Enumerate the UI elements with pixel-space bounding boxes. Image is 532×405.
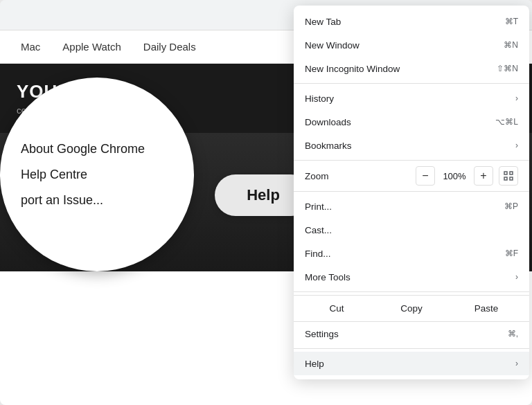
menu-label-find: Find... (305, 249, 331, 259)
menu-item-help[interactable]: Help › (294, 352, 529, 375)
edit-row: Cut Copy Paste (294, 295, 529, 322)
chevron-right-icon: › (515, 93, 518, 103)
zoom-row: Zoom − 100% + (294, 163, 529, 188)
menu-label-more-tools: More Tools (305, 272, 351, 282)
shortcut-settings: ⌘, (508, 329, 518, 339)
chevron-right-help-icon: › (515, 359, 518, 368)
menu-label-print: Print... (305, 201, 332, 212)
shortcut-incognito: ⇧⌘N (497, 64, 518, 73)
zoom-menu-about-chrome[interactable]: About Google Chrome (21, 136, 173, 162)
menu-label-settings: Settings (305, 329, 339, 339)
menu-item-downloads[interactable]: Downloads ⌥⌘L (294, 110, 529, 134)
shortcut-downloads: ⌥⌘L (495, 117, 518, 127)
zoom-menu-report-issue[interactable]: port an Issue... (21, 188, 173, 213)
zoom-fullscreen-button[interactable] (499, 166, 518, 186)
menu-label-help: Help (305, 359, 324, 369)
menu-item-new-tab[interactable]: New Tab ⌘T (294, 10, 529, 33)
menu-item-settings[interactable]: Settings ⌘, (294, 322, 529, 345)
svg-rect-2 (504, 177, 507, 180)
shortcut-new-window: ⌘N (504, 40, 518, 50)
menu-item-cast[interactable]: Cast... (294, 218, 529, 242)
divider-4 (294, 291, 529, 292)
menu-item-history[interactable]: History › (294, 87, 529, 110)
nav-item-apple-watch[interactable]: Apple Watch (62, 41, 121, 53)
menu-item-more-tools[interactable]: More Tools › (294, 265, 529, 289)
shortcut-new-tab: ⌘T (505, 17, 518, 26)
menu-label-history: History (305, 93, 334, 104)
menu-label-incognito: New Incognito Window (305, 64, 400, 74)
zoom-value-display: 100% (438, 171, 471, 181)
svg-rect-1 (510, 172, 513, 174)
divider-2 (294, 160, 529, 161)
menu-item-print[interactable]: Print... ⌘P (294, 195, 529, 218)
zoom-controls: − 100% + (416, 166, 518, 186)
chrome-dropdown-menu: New Tab ⌘T New Window ⌘N New Incognito W… (294, 6, 529, 379)
menu-label-cast: Cast... (305, 225, 332, 235)
menu-item-find[interactable]: Find... ⌘F (294, 242, 529, 265)
zoom-out-button[interactable]: − (416, 166, 435, 186)
help-label: Help (247, 186, 280, 204)
menu-label-bookmarks: Bookmarks (305, 141, 352, 151)
chevron-right-more-tools-icon: › (515, 272, 518, 282)
cut-button[interactable]: Cut (299, 298, 374, 318)
chevron-right-bookmarks-icon: › (515, 141, 518, 150)
nav-item-mac[interactable]: Mac (21, 41, 40, 53)
nav-item-daily-deals[interactable]: Daily Deals (143, 41, 196, 53)
svg-rect-3 (510, 177, 513, 180)
menu-label-new-tab: New Tab (305, 17, 341, 27)
svg-rect-0 (504, 172, 507, 174)
divider-3 (294, 191, 529, 192)
zoom-magnify-circle: About Google Chrome Help Centre port an … (0, 78, 194, 271)
shortcut-print: ⌘P (504, 201, 518, 211)
zoom-menu-help-centre[interactable]: Help Centre (21, 162, 173, 188)
zoom-in-button[interactable]: + (474, 166, 493, 186)
menu-label-new-window: New Window (305, 40, 360, 51)
paste-button[interactable]: Paste (449, 298, 524, 318)
divider-1 (294, 83, 529, 84)
menu-item-incognito[interactable]: New Incognito Window ⇧⌘N (294, 57, 529, 80)
menu-item-bookmarks[interactable]: Bookmarks › (294, 134, 529, 157)
zoom-row-label: Zoom (305, 171, 416, 181)
menu-item-new-window[interactable]: New Window ⌘N (294, 33, 529, 57)
menu-label-downloads: Downloads (305, 117, 351, 127)
copy-button[interactable]: Copy (374, 298, 449, 318)
browser-frame: ☆ G ⋮ Mac Apple Watch Daily Deals YOUR M… (0, 0, 532, 405)
divider-5 (294, 348, 529, 349)
shortcut-find: ⌘F (505, 249, 518, 258)
